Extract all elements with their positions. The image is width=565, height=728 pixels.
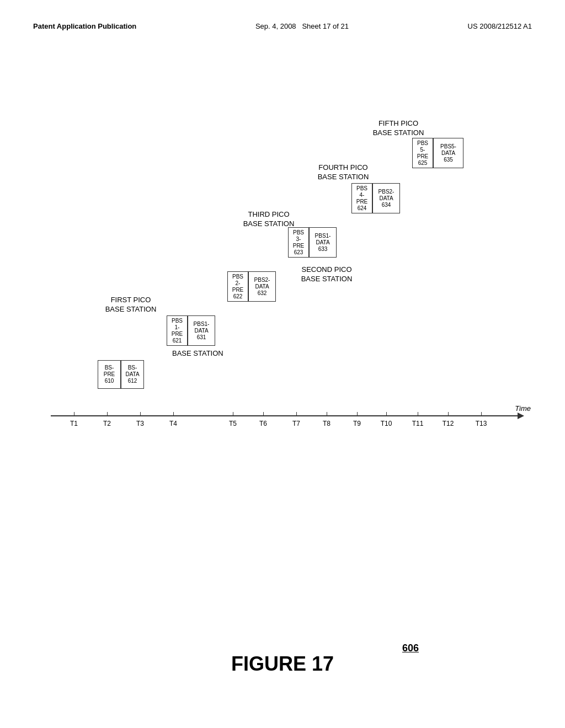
base-station-label: BASE STATION [172, 349, 223, 358]
label-t6: T6 [259, 420, 267, 427]
tick-t6 [263, 412, 264, 416]
tick-t3 [140, 412, 141, 416]
pbs4-data-box: PBS2-DATA634 [372, 183, 400, 213]
tick-t8 [327, 412, 327, 416]
time-label: Time [515, 404, 531, 413]
figure-ref: 606 [402, 643, 419, 654]
time-axis [51, 415, 520, 416]
header-publication: Patent Application Publication [33, 22, 136, 30]
fourth-pico-label: FOURTH PICOBASE STATION [299, 163, 387, 182]
label-t13: T13 [476, 420, 487, 427]
bs-pre-box: BS-PRE610 [98, 360, 121, 389]
bs-data-box: BS-DATA612 [121, 360, 144, 389]
tick-t2 [107, 412, 108, 416]
pbs1-data-box: PBS1-DATA631 [188, 315, 215, 346]
tick-t11 [418, 412, 418, 416]
pbs5-pre-box: PBS5-PRE625 [412, 138, 433, 168]
pbs3-data-box: PBS1-DATA633 [309, 227, 337, 258]
tick-t9 [357, 412, 358, 416]
pbs3-pre-box: PBS3-PRE623 [288, 227, 309, 258]
label-t5: T5 [229, 420, 237, 427]
tick-t10 [386, 412, 387, 416]
label-t9: T9 [353, 420, 361, 427]
figure-label: FIGURE 17 [231, 652, 334, 675]
header: Patent Application Publication Sep. 4, 2… [33, 22, 532, 30]
pbs2-pre-box: PBS2-PRE622 [227, 271, 248, 302]
third-pico-label: THIRD PICOBASE STATION [227, 210, 310, 229]
first-pico-label: FIRST PICOBASE STATION [95, 296, 167, 314]
tick-t5 [233, 412, 233, 416]
pbs5-data-box: PBS5-DATA635 [433, 138, 463, 168]
diagram-area: BASE STATION BS-PRE610 BS-DATA612 FIRST … [45, 63, 520, 438]
label-t8: T8 [323, 420, 331, 427]
header-date-sheet: Sep. 4, 2008 Sheet 17 of 21 [255, 22, 349, 30]
label-t11: T11 [412, 420, 424, 427]
pbs2-data-box: PBS2-DATA632 [248, 271, 276, 302]
label-t1: T1 [70, 420, 78, 427]
header-patent-number: US 2008/212512 A1 [468, 22, 532, 30]
label-t4: T4 [169, 420, 177, 427]
label-t12: T12 [443, 420, 454, 427]
label-t10: T10 [381, 420, 392, 427]
tick-t1 [74, 412, 74, 416]
label-t7: T7 [292, 420, 300, 427]
tick-t7 [296, 412, 297, 416]
tick-t4 [173, 412, 174, 416]
tick-t13 [481, 412, 482, 416]
pbs4-pre-box: PBS4-PRE624 [351, 183, 372, 213]
fifth-pico-label: FIFTH PICOBASE STATION [357, 119, 440, 138]
page: Patent Application Publication Sep. 4, 2… [0, 0, 565, 728]
second-pico-label: SECOND PICOBASE STATION [282, 265, 371, 284]
tick-t12 [448, 412, 449, 416]
label-t3: T3 [136, 420, 144, 427]
pbs1-pre-box: PBS1-PRE621 [167, 315, 188, 346]
figure-caption-area: FIGURE 17 606 [45, 652, 520, 676]
label-t2: T2 [103, 420, 111, 427]
